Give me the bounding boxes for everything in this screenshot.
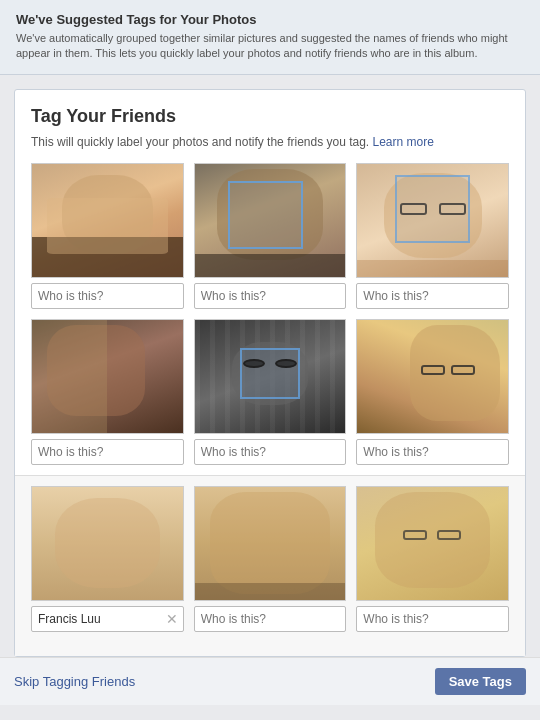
face-shape-9 — [375, 492, 490, 588]
who-input-wrapper-2 — [194, 283, 347, 309]
photo-6 — [356, 319, 509, 434]
face-highlight-1 — [47, 198, 168, 255]
bottom-dark-3 — [357, 260, 508, 277]
skip-tagging-link[interactable]: Skip Tagging Friends — [14, 674, 135, 689]
who-input-wrapper-5 — [194, 439, 347, 465]
who-input-5[interactable] — [194, 439, 347, 465]
photo-cell-9 — [356, 486, 509, 632]
footer-bar: Skip Tagging Friends Save Tags — [0, 657, 540, 705]
photo-2 — [194, 163, 347, 278]
third-row-section: ✕ — [15, 475, 525, 656]
glasses-right-6 — [451, 365, 475, 375]
card-subtitle: This will quickly label your photos and … — [31, 135, 509, 149]
glasses-left-6 — [421, 365, 445, 375]
light-patch-4 — [32, 320, 107, 433]
card-title: Tag Your Friends — [31, 106, 509, 127]
who-input-4[interactable] — [31, 439, 184, 465]
photo-grid-row-3: ✕ — [31, 486, 509, 632]
who-input-8[interactable] — [194, 606, 347, 632]
glasses-right-9 — [437, 530, 461, 540]
main-card: Tag Your Friends This will quickly label… — [14, 89, 526, 657]
save-tags-button[interactable]: Save Tags — [435, 668, 526, 695]
learn-more-link[interactable]: Learn more — [373, 135, 434, 149]
photo-cell-7: ✕ — [31, 486, 184, 632]
face-box-2 — [228, 181, 303, 249]
who-input-7[interactable] — [31, 606, 184, 632]
face-box-5 — [240, 348, 300, 399]
photo-cell-5 — [194, 319, 347, 465]
glasses-left-9 — [403, 530, 427, 540]
clear-input-7-button[interactable]: ✕ — [164, 612, 180, 626]
who-input-wrapper-7: ✕ — [31, 606, 184, 632]
photo-8 — [194, 486, 347, 601]
bottom-dark-8 — [195, 583, 346, 600]
photo-grid-rows-1-2 — [31, 163, 509, 465]
photo-7 — [31, 486, 184, 601]
who-input-3[interactable] — [356, 283, 509, 309]
card-subtitle-text: This will quickly label your photos and … — [31, 135, 373, 149]
banner-title: We've Suggested Tags for Your Photos — [16, 12, 524, 27]
bottom-dark-2 — [195, 254, 346, 277]
photo-cell-8 — [194, 486, 347, 632]
face-shape-7 — [55, 498, 160, 588]
glasses-left — [400, 203, 427, 214]
photo-cell-6 — [356, 319, 509, 465]
who-input-6[interactable] — [356, 439, 509, 465]
who-input-wrapper-8 — [194, 606, 347, 632]
who-input-9[interactable] — [356, 606, 509, 632]
photo-cell-4 — [31, 319, 184, 465]
photo-3 — [356, 163, 509, 278]
photo-5 — [194, 319, 347, 434]
photo-cell-1 — [31, 163, 184, 309]
photo-cell-3 — [356, 163, 509, 309]
glasses-right — [439, 203, 466, 214]
photo-cell-2 — [194, 163, 347, 309]
who-input-wrapper-1 — [31, 283, 184, 309]
photo-9 — [356, 486, 509, 601]
banner-description: We've automatically grouped together sim… — [16, 31, 524, 62]
banner: We've Suggested Tags for Your Photos We'… — [0, 0, 540, 75]
who-input-wrapper-6 — [356, 439, 509, 465]
who-input-1[interactable] — [31, 283, 184, 309]
who-input-wrapper-9 — [356, 606, 509, 632]
photo-4 — [31, 319, 184, 434]
who-input-2[interactable] — [194, 283, 347, 309]
who-input-wrapper-3 — [356, 283, 509, 309]
photo-1 — [31, 163, 184, 278]
face-shape-8 — [210, 492, 331, 594]
who-input-wrapper-4 — [31, 439, 184, 465]
